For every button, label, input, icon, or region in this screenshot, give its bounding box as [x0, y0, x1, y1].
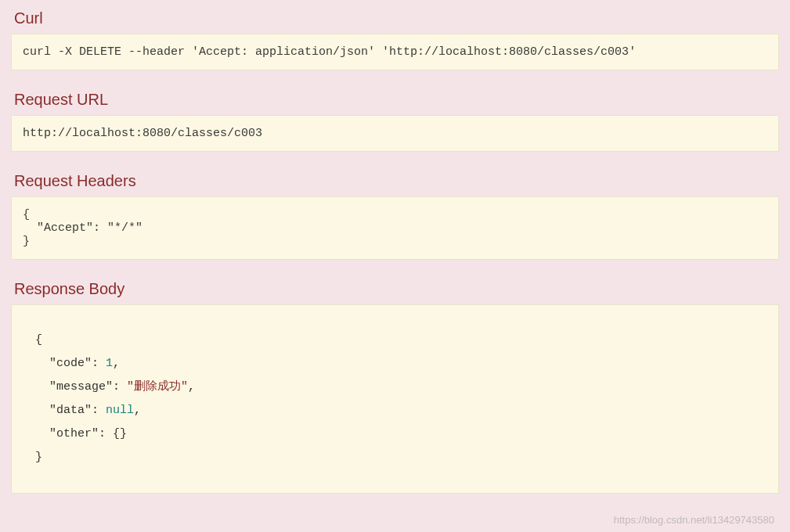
response-body-title: Response Body	[0, 271, 790, 304]
curl-section: Curl curl -X DELETE --header 'Accept: ap…	[0, 0, 790, 70]
request-url-title: Request URL	[0, 81, 790, 115]
request-url-value[interactable]: http://localhost:8080/classes/c003	[11, 115, 779, 152]
response-body-section: Response Body { "code": 1, "message": "删…	[0, 271, 790, 494]
response-body-value[interactable]: { "code": 1, "message": "删除成功", "data": …	[11, 304, 779, 494]
request-url-section: Request URL http://localhost:8080/classe…	[0, 81, 790, 152]
curl-title: Curl	[0, 0, 790, 34]
request-headers-title: Request Headers	[0, 163, 790, 196]
request-headers-section: Request Headers { "Accept": "*/*" }	[0, 163, 790, 260]
request-headers-value[interactable]: { "Accept": "*/*" }	[11, 196, 779, 260]
curl-command[interactable]: curl -X DELETE --header 'Accept: applica…	[11, 34, 779, 70]
